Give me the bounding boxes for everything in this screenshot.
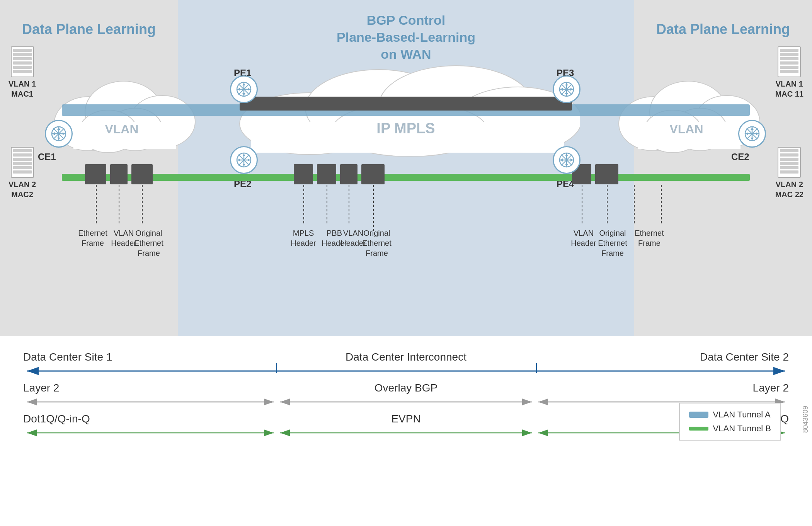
svg-marker-65 [570, 158, 573, 162]
legend-label-2: VLAN Tunnel B [713, 424, 771, 434]
router-ce1 [45, 120, 73, 148]
router-pe4 [553, 146, 580, 174]
tunnel-b [62, 174, 750, 181]
svg-text:IP MPLS: IP MPLS [376, 120, 435, 136]
server-vlan1-mac11: VLAN 1MAC 11 [775, 46, 803, 99]
svg-marker-53 [565, 83, 568, 85]
svg-marker-63 [565, 164, 568, 166]
dashed-2 [119, 185, 119, 223]
hdr-original-ethernet-center: OriginalEthernetFrame [359, 228, 394, 258]
hdr-original-ethernet-left: OriginalEthernetFrame [131, 228, 166, 258]
header-bar-1 [85, 164, 106, 184]
svg-marker-74 [756, 132, 758, 135]
wan-bar [240, 97, 572, 111]
router-pe1 [230, 75, 258, 103]
svg-marker-35 [242, 83, 245, 85]
watermark: 8043609 [802, 406, 810, 433]
header-bar-3 [131, 164, 153, 184]
svg-marker-73 [746, 132, 748, 135]
svg-marker-55 [560, 88, 563, 91]
svg-marker-45 [242, 164, 245, 166]
router-pe3 [553, 75, 580, 103]
hdr-mpls-header: MPLSHeader [288, 228, 319, 248]
svg-marker-27 [57, 138, 60, 140]
svg-marker-71 [751, 128, 754, 130]
router-pe2 [230, 146, 258, 174]
center-section-label: BGP ControlPlane-Based-Learningon WAN [337, 12, 475, 63]
router-ce1-label: CE1 [38, 152, 56, 162]
arrow-blue-full [23, 365, 789, 377]
dashed-3 [142, 185, 143, 223]
dci-label: Data Center Interconnect [346, 351, 466, 363]
router-ce2 [738, 120, 766, 148]
svg-marker-28 [53, 132, 55, 135]
dashed-9 [607, 185, 608, 223]
svg-marker-36 [242, 93, 245, 95]
svg-marker-54 [565, 93, 568, 95]
svg-text:VLAN: VLAN [669, 122, 703, 136]
overlay-bgp-label: Overlay BGP [375, 382, 437, 394]
dashed-7 [373, 185, 374, 231]
header-bar-9 [595, 164, 618, 184]
legend-item-1: VLAN Tunnel A [689, 410, 771, 420]
svg-marker-56 [570, 88, 573, 91]
router-ce2-label: CE2 [731, 152, 749, 162]
arrow-row-3: Dot1Q/Q-in-Q EVPN Dot1Q/Q-in-Q [23, 410, 789, 441]
server-vlan2-mac22: VLAN 2MAC 22 [775, 147, 803, 199]
svg-marker-29 [63, 132, 65, 135]
legend-swatch-blue [689, 412, 708, 418]
arrow-row-1: Data Center Site 1 Data Center Interconn… [23, 348, 789, 379]
layer2-right-label: Layer 2 [753, 382, 789, 394]
dashed-8 [582, 185, 582, 223]
dc-site2-label: Data Center Site 2 [700, 351, 789, 363]
dashed-10 [634, 185, 635, 223]
svg-text:VLAN: VLAN [105, 122, 138, 136]
dashed-11 [661, 185, 662, 223]
svg-marker-38 [248, 88, 250, 91]
header-bar-5 [317, 164, 336, 184]
sep2 [536, 363, 537, 373]
dashed-4 [303, 185, 304, 223]
right-section-label: Data Plane Learning [634, 21, 812, 37]
svg-marker-44 [242, 154, 245, 156]
dashed-5 [327, 185, 327, 223]
layer2-left-label: Layer 2 [23, 382, 59, 394]
left-section-label: Data Plane Learning [0, 21, 178, 37]
header-bar-2 [110, 164, 128, 184]
server-vlan1-mac1: VLAN 1MAC1 [9, 46, 36, 99]
hdr-vlan-header-right: VLANHeader [568, 228, 599, 248]
hdr-ethernet-frame-left: EthernetFrame [77, 228, 108, 248]
arrow-green-row3 [23, 427, 789, 439]
dashed-1 [96, 185, 97, 223]
svg-marker-62 [565, 154, 568, 156]
arrow-gray-row2 [23, 396, 789, 408]
dc-site1-label: Data Center Site 1 [23, 351, 112, 363]
hdr-original-ethernet-right: OriginalEthernetFrame [595, 228, 630, 258]
legend-item-2: VLAN Tunnel B [689, 424, 771, 434]
server-vlan2-mac2: VLAN 2MAC2 [9, 147, 36, 199]
header-bar-4 [294, 164, 313, 184]
legend-label-1: VLAN Tunnel A [713, 410, 771, 420]
header-bar-7 [361, 164, 385, 184]
dashed-6 [349, 185, 349, 223]
hdr-ethernet-frame-right: EthernetFrame [634, 228, 665, 248]
bottom-section: Data Center Site 1 Data Center Interconn… [0, 336, 812, 456]
svg-marker-26 [57, 128, 60, 130]
legend: VLAN Tunnel A VLAN Tunnel B [679, 403, 781, 441]
svg-marker-37 [238, 88, 240, 91]
sep1 [276, 363, 277, 373]
dot1q-left-label: Dot1Q/Q-in-Q [23, 413, 90, 425]
arrow-row-2: Layer 2 Overlay BGP Layer 2 [23, 379, 789, 410]
legend-swatch-green [689, 427, 708, 431]
evpn-label: EVPN [391, 413, 420, 425]
svg-marker-46 [238, 158, 240, 162]
svg-marker-64 [560, 158, 563, 162]
svg-marker-47 [248, 158, 250, 162]
svg-marker-72 [751, 138, 754, 140]
main-diagram: Data Plane Learning BGP ControlPlane-Bas… [0, 0, 812, 336]
header-bar-6 [340, 164, 357, 184]
